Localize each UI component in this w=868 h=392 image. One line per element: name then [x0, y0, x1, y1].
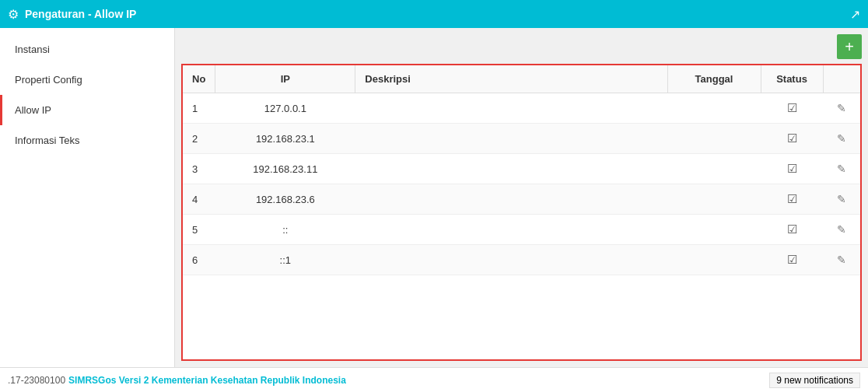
edit-icon[interactable]: ✎ — [837, 223, 846, 236]
cell-tanggal — [667, 215, 761, 245]
toolbar-row: + — [181, 34, 862, 59]
cell-action: ✎ — [823, 93, 860, 124]
cell-status: ☑ — [761, 215, 823, 245]
cell-action: ✎ — [823, 154, 860, 184]
add-button[interactable]: + — [837, 34, 862, 59]
cell-action: ✎ — [823, 184, 860, 215]
notification-button[interactable]: 9 new notifications — [769, 373, 860, 388]
cell-deskripsi — [355, 93, 667, 124]
cell-tanggal — [667, 93, 761, 124]
cell-deskripsi — [355, 215, 667, 245]
cell-status: ☑ — [761, 124, 823, 154]
table-row: 1 127.0.0.1 ☑ ✎ — [183, 93, 860, 124]
status-checkbox-icon[interactable]: ☑ — [787, 222, 797, 236]
sidebar: Instansi Properti Config Allow IP Inform… — [0, 28, 175, 367]
edit-icon[interactable]: ✎ — [837, 102, 846, 114]
table-header-row: No IP Deskripsi Tanggal Status — [183, 65, 860, 93]
status-checkbox-icon[interactable]: ☑ — [787, 162, 797, 175]
cell-tanggal — [667, 245, 761, 275]
cell-ip: 192.168.23.11 — [215, 154, 355, 184]
cell-ip: 192.168.23.1 — [215, 124, 355, 154]
footer: .17-23080100 SIMRSGos Versi 2 Kementeria… — [0, 367, 868, 392]
edit-icon[interactable]: ✎ — [837, 254, 846, 266]
cell-action: ✎ — [823, 215, 860, 245]
cell-ip: ::1 — [215, 245, 355, 275]
status-checkbox-icon[interactable]: ☑ — [787, 101, 797, 114]
status-checkbox-icon[interactable]: ☑ — [787, 192, 797, 205]
cell-status: ☑ — [761, 154, 823, 184]
cell-no: 6 — [183, 245, 215, 275]
cell-no: 3 — [183, 154, 215, 184]
cell-status: ☑ — [761, 93, 823, 124]
header-bar: ⚙ Pengaturan - Allow IP ↗ — [0, 0, 868, 28]
edit-icon[interactable]: ✎ — [837, 132, 846, 145]
table-container: No IP Deskripsi Tanggal Status 1 127.0.0… — [181, 64, 862, 361]
status-checkbox-icon[interactable]: ☑ — [787, 131, 797, 145]
main-layout: Instansi Properti Config Allow IP Inform… — [0, 28, 868, 367]
col-header-ip: IP — [215, 65, 355, 93]
footer-version: .17-23080100 — [8, 375, 65, 386]
page-title: Pengaturan - Allow IP — [25, 8, 136, 20]
table-row: 4 192.168.23.6 ☑ ✎ — [183, 184, 860, 215]
cell-ip: :: — [215, 215, 355, 245]
footer-app-name: SIMRSGos Versi 2 Kementerian Kesehatan R… — [68, 375, 346, 386]
table-row: 2 192.168.23.1 ☑ ✎ — [183, 124, 860, 154]
col-header-no: No — [183, 65, 215, 93]
col-header-status: Status — [761, 65, 823, 93]
cell-ip: 192.168.23.6 — [215, 184, 355, 215]
table-row: 3 192.168.23.11 ☑ ✎ — [183, 154, 860, 184]
cell-deskripsi — [355, 184, 667, 215]
cell-no: 2 — [183, 124, 215, 154]
cell-action: ✎ — [823, 124, 860, 154]
cell-status: ☑ — [761, 245, 823, 275]
cell-ip: 127.0.0.1 — [215, 93, 355, 124]
content-area: + No IP Deskripsi Tanggal Status 1 127. — [175, 28, 868, 367]
table-row: 5 :: ☑ ✎ — [183, 215, 860, 245]
sidebar-item-allow-ip[interactable]: Allow IP — [0, 95, 174, 125]
status-checkbox-icon[interactable]: ☑ — [787, 253, 797, 266]
cell-action: ✎ — [823, 245, 860, 275]
cell-tanggal — [667, 184, 761, 215]
edit-icon[interactable]: ✎ — [837, 163, 846, 175]
col-header-deskripsi: Deskripsi — [355, 65, 667, 93]
sidebar-item-label: Informasi Teks — [15, 135, 80, 146]
sidebar-item-label: Properti Config — [15, 74, 82, 86]
col-header-tanggal: Tanggal — [667, 65, 761, 93]
cell-tanggal — [667, 124, 761, 154]
sidebar-item-instansi[interactable]: Instansi — [0, 34, 174, 65]
cell-tanggal — [667, 154, 761, 184]
col-header-action — [823, 65, 860, 93]
cell-no: 1 — [183, 93, 215, 124]
cell-no: 5 — [183, 215, 215, 245]
expand-icon[interactable]: ↗ — [850, 7, 860, 22]
sidebar-item-informasi-teks[interactable]: Informasi Teks — [0, 125, 174, 156]
sidebar-item-label: Allow IP — [15, 104, 51, 116]
cell-no: 4 — [183, 184, 215, 215]
sidebar-item-properti-config[interactable]: Properti Config — [0, 65, 174, 95]
cell-status: ☑ — [761, 184, 823, 215]
sidebar-item-label: Instansi — [15, 44, 50, 55]
cell-deskripsi — [355, 245, 667, 275]
cell-deskripsi — [355, 154, 667, 184]
gear-icon: ⚙ — [8, 7, 19, 22]
table-row: 6 ::1 ☑ ✎ — [183, 245, 860, 275]
edit-icon[interactable]: ✎ — [837, 193, 846, 205]
cell-deskripsi — [355, 124, 667, 154]
allow-ip-table: No IP Deskripsi Tanggal Status 1 127.0.0… — [183, 65, 860, 275]
